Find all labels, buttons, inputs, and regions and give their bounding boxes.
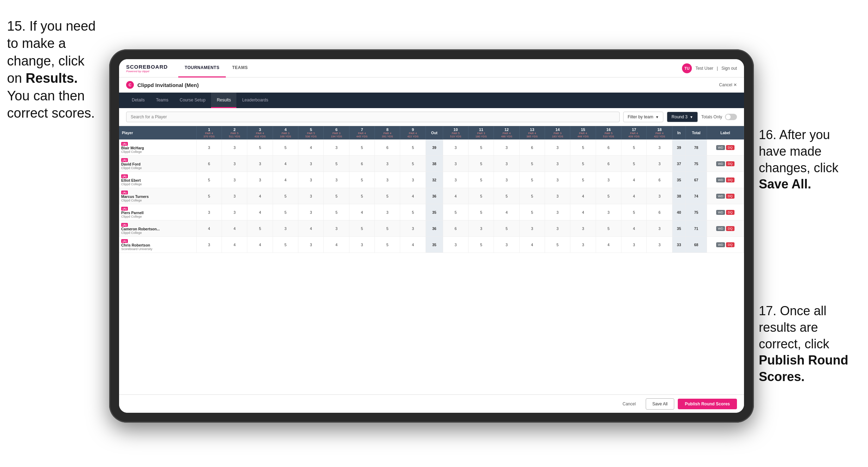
score-h13[interactable]: 3 <box>519 220 545 237</box>
score-h9[interactable]: 5 <box>400 204 426 220</box>
score-h3[interactable]: 3 <box>247 156 273 172</box>
nav-link-tournaments[interactable]: TOURNAMENTS <box>178 59 226 77</box>
score-h6[interactable]: 4 <box>324 237 349 253</box>
score-h1[interactable]: 6 <box>196 156 222 172</box>
score-h18[interactable]: 3 <box>647 139 672 156</box>
score-h2[interactable]: 3 <box>222 188 247 204</box>
score-h15[interactable]: 5 <box>570 139 596 156</box>
score-h5[interactable]: 3 <box>298 172 324 188</box>
score-h1[interactable]: 3 <box>196 204 222 220</box>
wd-button[interactable]: WD <box>716 145 725 150</box>
score-h15[interactable]: 3 <box>570 220 596 237</box>
score-h14[interactable]: 3 <box>545 188 570 204</box>
score-h6[interactable]: 5 <box>324 156 349 172</box>
score-h9[interactable]: 5 <box>400 139 426 156</box>
score-h13[interactable]: 6 <box>519 139 545 156</box>
score-h5[interactable]: 4 <box>298 139 324 156</box>
tab-course-setup[interactable]: Course Setup <box>174 93 211 108</box>
score-h8[interactable]: 5 <box>375 237 400 253</box>
score-h2[interactable]: 3 <box>222 172 247 188</box>
score-h18[interactable]: 6 <box>647 204 672 220</box>
score-h9[interactable]: 4 <box>400 237 426 253</box>
score-h13[interactable]: 4 <box>519 237 545 253</box>
score-h6[interactable]: 5 <box>324 188 349 204</box>
dq-button[interactable]: DQ <box>726 161 734 166</box>
score-h4[interactable]: 5 <box>273 204 298 220</box>
score-h1[interactable]: 5 <box>196 172 222 188</box>
score-h3[interactable]: 5 <box>247 139 273 156</box>
dq-button[interactable]: DQ <box>726 145 734 150</box>
score-h5[interactable]: 4 <box>298 220 324 237</box>
score-h13[interactable]: 5 <box>519 156 545 172</box>
wd-button[interactable]: WD <box>716 178 725 182</box>
score-h5[interactable]: 3 <box>298 188 324 204</box>
score-h16[interactable]: 6 <box>596 139 621 156</box>
score-h11[interactable]: 5 <box>469 237 494 253</box>
publish-round-scores-button[interactable]: Publish Round Scores <box>678 399 737 409</box>
tab-results[interactable]: Results <box>211 93 236 108</box>
score-h15[interactable]: 3 <box>570 237 596 253</box>
dq-button[interactable]: DQ <box>726 210 734 215</box>
score-h10[interactable]: 3 <box>443 156 468 172</box>
score-h12[interactable]: 3 <box>494 139 519 156</box>
score-h5[interactable]: 3 <box>298 156 324 172</box>
score-h1[interactable]: 3 <box>196 139 222 156</box>
score-h9[interactable]: 4 <box>400 188 426 204</box>
dq-button[interactable]: DQ <box>726 226 734 231</box>
score-h6[interactable]: 5 <box>324 204 349 220</box>
score-h13[interactable]: 5 <box>519 188 545 204</box>
score-h2[interactable]: 4 <box>222 237 247 253</box>
score-h14[interactable]: 3 <box>545 139 570 156</box>
score-h2[interactable]: 4 <box>222 220 247 237</box>
score-h11[interactable]: 3 <box>469 220 494 237</box>
score-h1[interactable]: 3 <box>196 237 222 253</box>
score-h15[interactable]: 5 <box>570 172 596 188</box>
toggle-switch[interactable] <box>725 114 737 120</box>
score-h17[interactable]: 5 <box>621 156 647 172</box>
score-h17[interactable]: 4 <box>621 188 647 204</box>
score-h15[interactable]: 4 <box>570 188 596 204</box>
score-h12[interactable]: 4 <box>494 204 519 220</box>
wd-button[interactable]: WD <box>716 210 725 215</box>
score-h11[interactable]: 5 <box>469 204 494 220</box>
score-h18[interactable]: 6 <box>647 172 672 188</box>
score-h10[interactable]: 4 <box>443 188 468 204</box>
dq-button[interactable]: DQ <box>726 242 734 247</box>
tab-leaderboards[interactable]: Leaderboards <box>236 93 274 108</box>
score-h11[interactable]: 5 <box>469 188 494 204</box>
score-h3[interactable]: 3 <box>247 172 273 188</box>
score-h15[interactable]: 5 <box>570 156 596 172</box>
score-h6[interactable]: 3 <box>324 139 349 156</box>
cancel-button[interactable]: Cancel ✕ <box>719 82 737 87</box>
score-h17[interactable]: 5 <box>621 204 647 220</box>
score-h9[interactable]: 3 <box>400 220 426 237</box>
score-h12[interactable]: 5 <box>494 220 519 237</box>
score-h8[interactable]: 5 <box>375 188 400 204</box>
score-h18[interactable]: 3 <box>647 237 672 253</box>
score-h16[interactable]: 3 <box>596 204 621 220</box>
score-h10[interactable]: 5 <box>443 204 468 220</box>
score-h3[interactable]: 4 <box>247 204 273 220</box>
score-h9[interactable]: 3 <box>400 172 426 188</box>
score-h7[interactable]: 6 <box>349 156 374 172</box>
score-h18[interactable]: 3 <box>647 220 672 237</box>
score-h7[interactable]: 5 <box>349 188 374 204</box>
score-h17[interactable]: 5 <box>621 139 647 156</box>
score-h8[interactable]: 3 <box>375 156 400 172</box>
score-h17[interactable]: 4 <box>621 172 647 188</box>
score-h4[interactable]: 5 <box>273 139 298 156</box>
score-h14[interactable]: 3 <box>545 204 570 220</box>
score-h14[interactable]: 5 <box>545 237 570 253</box>
score-h3[interactable]: 4 <box>247 237 273 253</box>
score-h6[interactable]: 3 <box>324 172 349 188</box>
score-h1[interactable]: 4 <box>196 220 222 237</box>
score-h4[interactable]: 5 <box>273 188 298 204</box>
dq-button[interactable]: DQ <box>726 178 734 182</box>
score-h5[interactable]: 3 <box>298 237 324 253</box>
score-h17[interactable]: 4 <box>621 220 647 237</box>
cancel-footer-button[interactable]: Cancel <box>616 399 642 409</box>
score-h7[interactable]: 4 <box>349 204 374 220</box>
score-h12[interactable]: 3 <box>494 237 519 253</box>
score-h16[interactable]: 3 <box>596 172 621 188</box>
score-h4[interactable]: 4 <box>273 156 298 172</box>
